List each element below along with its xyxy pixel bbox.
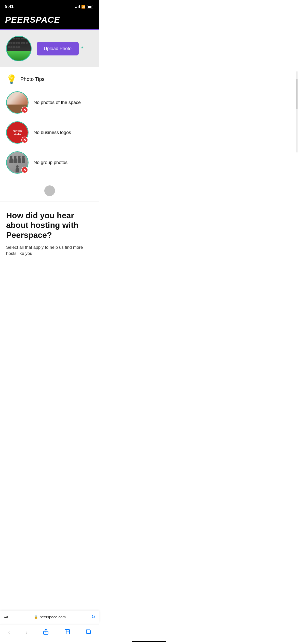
photo-tips-header: 💡 Photo Tips	[6, 74, 93, 84]
tip-image-wrap-logo: SinTak studio ✕	[6, 121, 29, 144]
x-badge-group: ✕	[21, 167, 28, 173]
status-time: 9:41	[5, 4, 13, 9]
list-item: ✕ No group photos	[6, 151, 93, 174]
tip-label-logo: No business logos	[34, 130, 71, 135]
app-logo: PEERSPACE	[5, 15, 94, 25]
photo-tips-title: Photo Tips	[20, 76, 45, 82]
upload-section: Upload Photo *	[0, 30, 99, 67]
scroll-dot	[44, 185, 55, 196]
required-indicator: *	[81, 45, 84, 52]
wifi-icon: 📶	[81, 5, 85, 9]
keyboard-image	[7, 37, 31, 51]
hear-subtitle: Select all that apply to help us find mo…	[6, 244, 93, 257]
tip-image-wrap-space: ✕	[6, 91, 29, 114]
scroll-indicator	[0, 181, 99, 201]
tips-list: ✕ No photos of the space SinTak studio ✕…	[6, 91, 93, 174]
x-badge-space: ✕	[21, 107, 28, 113]
x-badge-logo: ✕	[21, 137, 28, 143]
status-icons: 📶	[75, 5, 94, 9]
tip-image-wrap-group: ✕	[6, 151, 29, 174]
app-header: PEERSPACE	[0, 12, 99, 29]
signal-bars-icon	[75, 5, 80, 8]
battery-icon	[87, 5, 94, 8]
main-content: 💡 Photo Tips ✕ No photos of the space Si…	[0, 67, 99, 262]
upload-photo-button[interactable]: Upload Photo	[37, 42, 79, 55]
bulb-icon: 💡	[6, 74, 17, 84]
hear-title: How did you hear about hosting with Peer…	[6, 211, 93, 240]
tip-label-group: No group photos	[34, 160, 67, 165]
list-item: ✕ No photos of the space	[6, 91, 93, 114]
upload-controls: Upload Photo *	[37, 42, 84, 55]
list-item: SinTak studio ✕ No business logos	[6, 121, 93, 144]
grass-image	[7, 51, 31, 61]
hear-section: How did you hear about hosting with Peer…	[6, 201, 93, 262]
avatar-preview	[6, 36, 32, 61]
status-bar: 9:41 📶	[0, 0, 99, 12]
tip-label-space: No photos of the space	[34, 100, 81, 105]
